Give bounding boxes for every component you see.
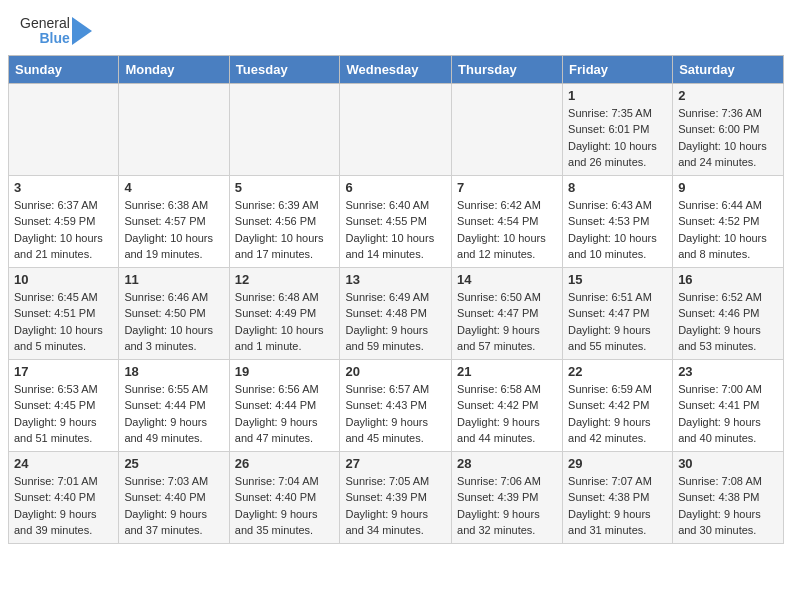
- logo-shape: General Blue: [20, 16, 92, 47]
- calendar-cell: [452, 83, 563, 175]
- calendar-cell: 27Sunrise: 7:05 AM Sunset: 4:39 PM Dayli…: [340, 451, 452, 543]
- calendar-cell: 18Sunrise: 6:55 AM Sunset: 4:44 PM Dayli…: [119, 359, 229, 451]
- calendar-week-row: 10Sunrise: 6:45 AM Sunset: 4:51 PM Dayli…: [9, 267, 784, 359]
- day-number: 22: [568, 364, 667, 379]
- header: General Blue: [0, 0, 792, 55]
- day-number: 3: [14, 180, 113, 195]
- cell-content: Sunrise: 7:03 AM Sunset: 4:40 PM Dayligh…: [124, 473, 223, 539]
- cell-content: Sunrise: 6:38 AM Sunset: 4:57 PM Dayligh…: [124, 197, 223, 263]
- day-number: 24: [14, 456, 113, 471]
- calendar-cell: 6Sunrise: 6:40 AM Sunset: 4:55 PM Daylig…: [340, 175, 452, 267]
- calendar-cell: 16Sunrise: 6:52 AM Sunset: 4:46 PM Dayli…: [673, 267, 784, 359]
- logo: General Blue: [20, 16, 92, 47]
- calendar-cell: 5Sunrise: 6:39 AM Sunset: 4:56 PM Daylig…: [229, 175, 340, 267]
- cell-content: Sunrise: 6:46 AM Sunset: 4:50 PM Dayligh…: [124, 289, 223, 355]
- cell-content: Sunrise: 6:52 AM Sunset: 4:46 PM Dayligh…: [678, 289, 778, 355]
- calendar-week-row: 17Sunrise: 6:53 AM Sunset: 4:45 PM Dayli…: [9, 359, 784, 451]
- calendar-header-row: SundayMondayTuesdayWednesdayThursdayFrid…: [9, 55, 784, 83]
- cell-content: Sunrise: 6:37 AM Sunset: 4:59 PM Dayligh…: [14, 197, 113, 263]
- day-number: 18: [124, 364, 223, 379]
- cell-content: Sunrise: 7:01 AM Sunset: 4:40 PM Dayligh…: [14, 473, 113, 539]
- calendar-cell: 9Sunrise: 6:44 AM Sunset: 4:52 PM Daylig…: [673, 175, 784, 267]
- calendar-cell: 28Sunrise: 7:06 AM Sunset: 4:39 PM Dayli…: [452, 451, 563, 543]
- day-number: 9: [678, 180, 778, 195]
- cell-content: Sunrise: 7:06 AM Sunset: 4:39 PM Dayligh…: [457, 473, 557, 539]
- day-number: 23: [678, 364, 778, 379]
- cell-content: Sunrise: 6:57 AM Sunset: 4:43 PM Dayligh…: [345, 381, 446, 447]
- day-header-tuesday: Tuesday: [229, 55, 340, 83]
- calendar-cell: 8Sunrise: 6:43 AM Sunset: 4:53 PM Daylig…: [563, 175, 673, 267]
- cell-content: Sunrise: 6:53 AM Sunset: 4:45 PM Dayligh…: [14, 381, 113, 447]
- day-number: 5: [235, 180, 335, 195]
- calendar-cell: [340, 83, 452, 175]
- day-number: 17: [14, 364, 113, 379]
- cell-content: Sunrise: 7:08 AM Sunset: 4:38 PM Dayligh…: [678, 473, 778, 539]
- calendar-cell: 12Sunrise: 6:48 AM Sunset: 4:49 PM Dayli…: [229, 267, 340, 359]
- calendar-cell: 24Sunrise: 7:01 AM Sunset: 4:40 PM Dayli…: [9, 451, 119, 543]
- calendar-cell: [229, 83, 340, 175]
- day-number: 13: [345, 272, 446, 287]
- calendar-week-row: 24Sunrise: 7:01 AM Sunset: 4:40 PM Dayli…: [9, 451, 784, 543]
- calendar-container: SundayMondayTuesdayWednesdayThursdayFrid…: [0, 55, 792, 552]
- calendar-cell: 30Sunrise: 7:08 AM Sunset: 4:38 PM Dayli…: [673, 451, 784, 543]
- day-number: 7: [457, 180, 557, 195]
- day-number: 19: [235, 364, 335, 379]
- calendar-cell: [9, 83, 119, 175]
- day-number: 27: [345, 456, 446, 471]
- cell-content: Sunrise: 7:35 AM Sunset: 6:01 PM Dayligh…: [568, 105, 667, 171]
- cell-content: Sunrise: 6:45 AM Sunset: 4:51 PM Dayligh…: [14, 289, 113, 355]
- cell-content: Sunrise: 7:07 AM Sunset: 4:38 PM Dayligh…: [568, 473, 667, 539]
- day-number: 11: [124, 272, 223, 287]
- calendar-cell: 13Sunrise: 6:49 AM Sunset: 4:48 PM Dayli…: [340, 267, 452, 359]
- calendar-cell: 1Sunrise: 7:35 AM Sunset: 6:01 PM Daylig…: [563, 83, 673, 175]
- calendar-cell: 23Sunrise: 7:00 AM Sunset: 4:41 PM Dayli…: [673, 359, 784, 451]
- calendar-cell: 29Sunrise: 7:07 AM Sunset: 4:38 PM Dayli…: [563, 451, 673, 543]
- cell-content: Sunrise: 6:44 AM Sunset: 4:52 PM Dayligh…: [678, 197, 778, 263]
- logo-general: General: [20, 16, 70, 31]
- calendar-cell: 26Sunrise: 7:04 AM Sunset: 4:40 PM Dayli…: [229, 451, 340, 543]
- calendar-cell: 3Sunrise: 6:37 AM Sunset: 4:59 PM Daylig…: [9, 175, 119, 267]
- calendar-week-row: 3Sunrise: 6:37 AM Sunset: 4:59 PM Daylig…: [9, 175, 784, 267]
- cell-content: Sunrise: 6:56 AM Sunset: 4:44 PM Dayligh…: [235, 381, 335, 447]
- day-header-friday: Friday: [563, 55, 673, 83]
- svg-marker-0: [72, 17, 92, 45]
- day-number: 28: [457, 456, 557, 471]
- day-number: 29: [568, 456, 667, 471]
- calendar-cell: 2Sunrise: 7:36 AM Sunset: 6:00 PM Daylig…: [673, 83, 784, 175]
- cell-content: Sunrise: 7:36 AM Sunset: 6:00 PM Dayligh…: [678, 105, 778, 171]
- cell-content: Sunrise: 6:48 AM Sunset: 4:49 PM Dayligh…: [235, 289, 335, 355]
- logo-blue: Blue: [39, 31, 69, 46]
- calendar-cell: 10Sunrise: 6:45 AM Sunset: 4:51 PM Dayli…: [9, 267, 119, 359]
- cell-content: Sunrise: 6:39 AM Sunset: 4:56 PM Dayligh…: [235, 197, 335, 263]
- day-number: 15: [568, 272, 667, 287]
- day-number: 6: [345, 180, 446, 195]
- calendar-cell: 4Sunrise: 6:38 AM Sunset: 4:57 PM Daylig…: [119, 175, 229, 267]
- cell-content: Sunrise: 6:50 AM Sunset: 4:47 PM Dayligh…: [457, 289, 557, 355]
- day-number: 25: [124, 456, 223, 471]
- day-number: 8: [568, 180, 667, 195]
- calendar-cell: 17Sunrise: 6:53 AM Sunset: 4:45 PM Dayli…: [9, 359, 119, 451]
- calendar-cell: [119, 83, 229, 175]
- calendar-week-row: 1Sunrise: 7:35 AM Sunset: 6:01 PM Daylig…: [9, 83, 784, 175]
- cell-content: Sunrise: 7:04 AM Sunset: 4:40 PM Dayligh…: [235, 473, 335, 539]
- cell-content: Sunrise: 6:40 AM Sunset: 4:55 PM Dayligh…: [345, 197, 446, 263]
- day-header-thursday: Thursday: [452, 55, 563, 83]
- day-number: 16: [678, 272, 778, 287]
- cell-content: Sunrise: 6:59 AM Sunset: 4:42 PM Dayligh…: [568, 381, 667, 447]
- cell-content: Sunrise: 6:55 AM Sunset: 4:44 PM Dayligh…: [124, 381, 223, 447]
- cell-content: Sunrise: 7:05 AM Sunset: 4:39 PM Dayligh…: [345, 473, 446, 539]
- calendar-cell: 20Sunrise: 6:57 AM Sunset: 4:43 PM Dayli…: [340, 359, 452, 451]
- day-number: 12: [235, 272, 335, 287]
- day-header-sunday: Sunday: [9, 55, 119, 83]
- calendar-table: SundayMondayTuesdayWednesdayThursdayFrid…: [8, 55, 784, 544]
- cell-content: Sunrise: 6:49 AM Sunset: 4:48 PM Dayligh…: [345, 289, 446, 355]
- calendar-cell: 15Sunrise: 6:51 AM Sunset: 4:47 PM Dayli…: [563, 267, 673, 359]
- calendar-cell: 11Sunrise: 6:46 AM Sunset: 4:50 PM Dayli…: [119, 267, 229, 359]
- day-number: 14: [457, 272, 557, 287]
- day-number: 30: [678, 456, 778, 471]
- day-number: 21: [457, 364, 557, 379]
- cell-content: Sunrise: 6:42 AM Sunset: 4:54 PM Dayligh…: [457, 197, 557, 263]
- day-number: 26: [235, 456, 335, 471]
- cell-content: Sunrise: 6:43 AM Sunset: 4:53 PM Dayligh…: [568, 197, 667, 263]
- calendar-cell: 19Sunrise: 6:56 AM Sunset: 4:44 PM Dayli…: [229, 359, 340, 451]
